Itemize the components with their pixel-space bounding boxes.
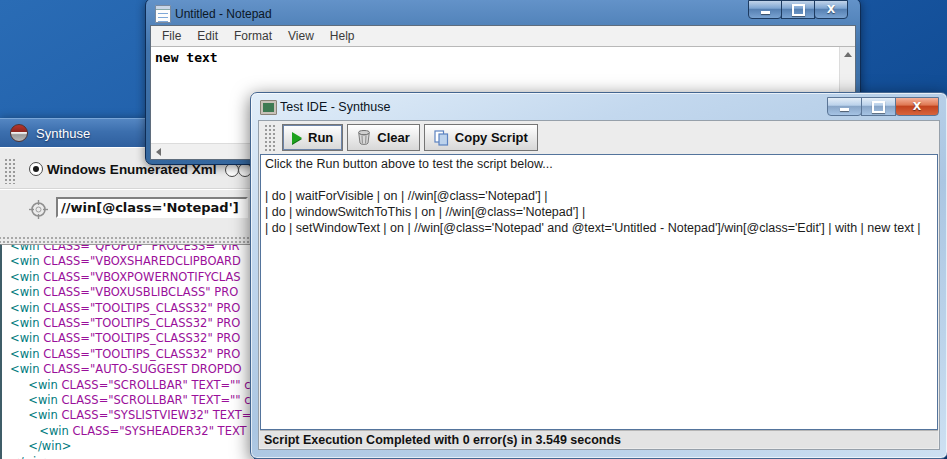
window-controls: X	[749, 0, 848, 19]
xml-tree-line[interactable]: <win CLASS="SCROLLBAR" TEXT="" c	[10, 393, 254, 408]
testide-app-icon	[260, 100, 277, 115]
radio-option-2[interactable]	[225, 163, 239, 177]
window-title: Test IDE - Synthuse	[280, 100, 390, 114]
menu-item[interactable]: Edit	[189, 26, 226, 46]
target-crosshair-icon[interactable]	[29, 200, 48, 219]
testide-titlebar[interactable]: Test IDE - Synthuse X	[251, 93, 947, 120]
close-button[interactable]: X	[895, 97, 939, 116]
copy-icon	[434, 130, 449, 146]
xml-tree-line[interactable]: <win CLASS="TOOLTIPS_CLASS32" PRO	[10, 347, 254, 362]
radio-selected-dot	[33, 166, 39, 172]
xml-tree-line[interactable]: <win CLASS="TOOLTIPS_CLASS32" PRO	[10, 316, 254, 331]
run-play-icon	[292, 132, 302, 144]
minimize-button[interactable]	[748, 0, 782, 19]
window-title: Untitled - Notepad	[175, 7, 272, 21]
scroll-left-icon	[156, 148, 161, 156]
scroll-up-icon	[844, 52, 852, 57]
xpath-row	[0, 189, 254, 230]
synthuse-window: Synthuse Windows Enumerated Xml	[0, 118, 254, 459]
trash-icon	[357, 130, 371, 145]
toolbar-grip[interactable]	[264, 124, 275, 151]
windows-enumerated-xml-radio[interactable]	[29, 162, 43, 176]
menu-item[interactable]: Help	[322, 26, 363, 46]
testide-toolbar: Run Clear	[259, 121, 939, 154]
script-line: | do | waitForVisible | on | //win[@clas…	[265, 188, 933, 204]
script-line: Click the Run button above to test the s…	[265, 156, 933, 172]
minimize-icon	[761, 11, 770, 14]
close-button[interactable]: X	[814, 0, 848, 19]
window-controls: X	[828, 97, 939, 116]
scroll-left-button[interactable]	[151, 144, 166, 159]
xml-tree-line[interactable]: <win CLASS="SYSLISTVIEW32" TEXT=	[10, 408, 254, 423]
run-button-label: Run	[308, 130, 333, 145]
script-line	[265, 172, 933, 188]
close-icon: X	[827, 3, 835, 16]
xml-tree-line[interactable]: <win CLASS="VBOXUSBLIBCLASS" PRO	[10, 285, 254, 300]
xml-tree-line[interactable]: <win CLASS="VBOXPOWERNOTIFYCLAS	[10, 270, 254, 285]
notepad-titlebar[interactable]: Untitled - Notepad X	[146, 0, 860, 26]
notepad-app-icon	[155, 5, 171, 23]
copy-script-button[interactable]: Copy Script	[424, 124, 538, 151]
dotted-separator	[0, 236, 254, 244]
testide-body: Run Clear	[258, 120, 940, 450]
xml-tree-line[interactable]: <win CLASS="QPOPUP" PROCESS="VIR	[10, 244, 254, 254]
menu-item[interactable]: Format	[226, 26, 280, 46]
clear-button[interactable]: Clear	[347, 124, 420, 151]
copy-script-button-label: Copy Script	[455, 130, 528, 145]
document-text: new text	[155, 50, 218, 65]
script-line: | do | setWindowText | on | //win[@class…	[265, 220, 933, 236]
scroll-up-button[interactable]	[840, 47, 855, 62]
clear-button-label: Clear	[377, 130, 410, 145]
maximize-icon	[872, 101, 885, 113]
synthuse-app-icon	[10, 124, 28, 142]
notepad-menubar: FileEditFormatViewHelp	[151, 26, 855, 46]
status-text: Script Execution Completed with 0 error(…	[260, 433, 621, 447]
maximize-button[interactable]	[781, 0, 815, 19]
toolbar-grip[interactable]	[4, 158, 17, 184]
maximize-button[interactable]	[861, 97, 896, 116]
xml-tree-line[interactable]: <win CLASS="TOOLTIPS_CLASS32" PRO	[10, 301, 254, 316]
minimize-button[interactable]	[827, 97, 862, 116]
minimize-icon	[840, 108, 849, 111]
xml-tree-line[interactable]: </win>	[10, 439, 254, 454]
window-title: Synthuse	[36, 126, 90, 141]
maximize-icon	[792, 4, 805, 16]
status-bar: Script Execution Completed with 0 error(…	[260, 430, 938, 448]
script-line: | do | windowSwitchToThis | on | //win[@…	[265, 204, 933, 220]
xml-tree-line[interactable]: <win CLASS="TOOLTIPS_CLASS32" PRO	[10, 331, 254, 346]
xml-tree-line[interactable]: <win CLASS="SCROLLBAR" TEXT="" c	[10, 378, 254, 393]
xml-tree-line[interactable]: <win CLASS="AUTO-SUGGEST DROPDO	[10, 362, 254, 377]
screen: Synthuse Windows Enumerated Xml	[0, 0, 947, 459]
menu-item[interactable]: File	[154, 26, 189, 46]
xpath-input[interactable]	[56, 197, 248, 218]
script-editor[interactable]: Click the Run button above to test the s…	[260, 154, 938, 430]
close-icon: X	[913, 100, 921, 113]
run-button[interactable]: Run	[282, 124, 343, 151]
menu-item[interactable]: View	[280, 26, 322, 46]
toolbar-buttons: Run Clear	[282, 124, 538, 151]
xml-tree-panel[interactable]: <win CLASS="QPOPUP" PROCESS="VIR<win CLA…	[0, 244, 254, 459]
testide-window: Test IDE - Synthuse X Run	[250, 92, 947, 459]
xml-tree-line[interactable]: <win CLASS="SYSHEADER32" TEXT	[10, 424, 254, 439]
xml-tree-line[interactable]: </win>	[10, 455, 254, 459]
xml-tree-line[interactable]: <win CLASS="VBOXSHAREDCLIPBOARD	[10, 254, 254, 269]
synthuse-body: Windows Enumerated Xml <win CLASS="QPOPU…	[0, 147, 254, 459]
